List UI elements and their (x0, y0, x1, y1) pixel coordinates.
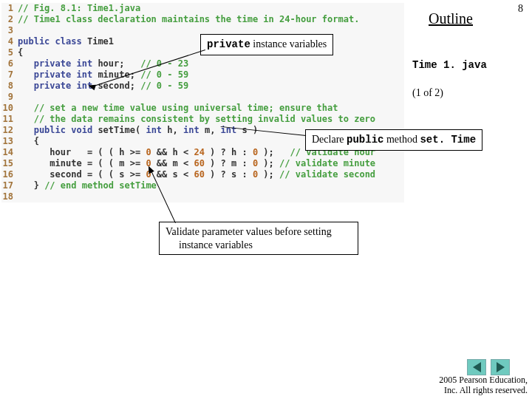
nav-buttons (467, 359, 510, 375)
code-listing: 1// Fig. 8.1: Time1.java 2// Time1 class… (1, 3, 404, 202)
line-number: 1 (1, 3, 18, 14)
copyright: 2005 Pearson Education, Inc. All rights … (439, 375, 528, 396)
callout-private-vars: private instance variables (200, 34, 333, 55)
outline-heading: Outline (429, 10, 473, 27)
page-number: 8 (518, 3, 523, 15)
prev-button[interactable] (467, 359, 486, 375)
callout-declare-settime: Declare public method set. Time (305, 129, 482, 151)
triangle-left-icon (473, 362, 481, 372)
callout-validate: Validate parameter values before setting… (159, 222, 358, 255)
next-button[interactable] (491, 359, 510, 375)
page-indicator: (1 of 2) (412, 87, 443, 99)
triangle-right-icon (497, 362, 505, 372)
file-label: Time 1. java (412, 59, 487, 71)
